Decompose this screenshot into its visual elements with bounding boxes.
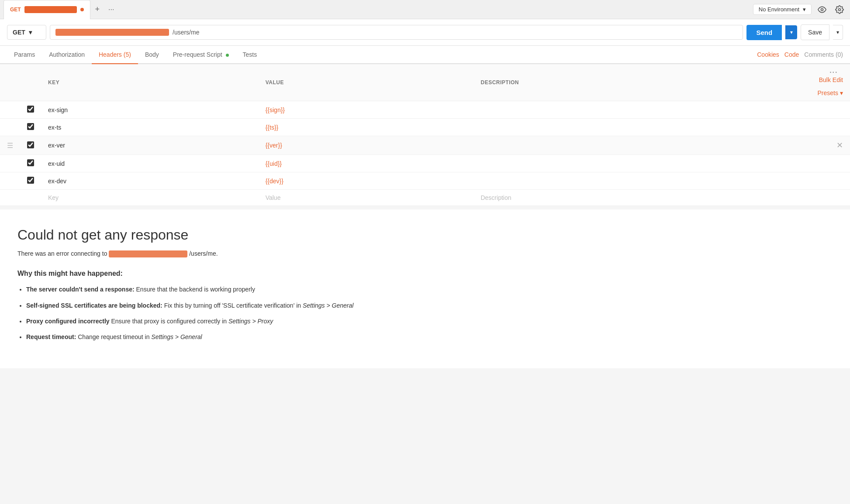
subtitle-prefix: There was an error connecting to (17, 250, 107, 257)
drag-handle[interactable]: ☰ (0, 136, 20, 155)
method-dropdown[interactable]: GET ▾ (7, 25, 46, 40)
prerequest-label: Pre-request Script (173, 51, 222, 58)
tab-prerequest[interactable]: Pre-request Script (166, 46, 236, 64)
header-value[interactable]: {{uid}} (259, 155, 474, 172)
table-row: ex-dev {{dev}} (0, 172, 850, 190)
header-description[interactable] (473, 136, 810, 155)
save-dropdown-button[interactable]: ▾ (833, 25, 843, 40)
url-redacted (55, 29, 169, 36)
reason-4-italic: Settings > General (151, 333, 202, 340)
send-button[interactable]: Send (746, 25, 782, 40)
tab-unsaved-dot (80, 8, 84, 11)
row-checkbox[interactable] (27, 106, 34, 113)
row-checkbox-cell (20, 136, 41, 155)
header-key[interactable]: ex-uid (41, 155, 259, 172)
new-tab-button[interactable]: + (90, 3, 104, 17)
desc-col-header: DESCRIPTION (473, 64, 810, 101)
table-row: ex-ts {{ts}} (0, 119, 850, 136)
url-input[interactable]: /users/me (50, 25, 743, 40)
header-key[interactable]: ex-ver (41, 136, 259, 155)
more-tabs-button[interactable]: ··· (104, 3, 118, 17)
delete-row-button[interactable]: ✕ (811, 136, 850, 155)
tab-body[interactable]: Body (138, 46, 166, 64)
key-col-header: KEY (41, 64, 259, 101)
row-checkbox[interactable] (27, 159, 34, 166)
why-list: The server couldn't send a response: Ens… (17, 285, 833, 342)
tab-bar: GET + ··· No Environment ▾ (0, 0, 850, 19)
presets-button[interactable]: Presets ▾ (818, 89, 843, 96)
tab-authorization[interactable]: Authorization (42, 46, 92, 64)
header-description[interactable] (473, 155, 810, 172)
settings-icon-button[interactable] (833, 3, 847, 17)
eye-icon-button[interactable] (815, 3, 829, 17)
header-key[interactable]: ex-dev (41, 172, 259, 190)
reason-2-bold: Self-signed SSL certificates are being b… (26, 302, 162, 309)
header-value[interactable]: {{ver}} (259, 136, 474, 155)
row-checkbox[interactable] (27, 177, 34, 184)
tab-method-label: GET (10, 7, 21, 13)
table-row: ex-sign {{sign}} (0, 101, 850, 119)
row-action (811, 155, 850, 172)
placeholder-drag (0, 190, 20, 206)
tab-params[interactable]: Params (7, 46, 42, 64)
bulk-edit-button[interactable]: Bulk Edit (819, 76, 843, 83)
response-section: Could not get any response There was an … (0, 209, 850, 368)
svg-point-1 (839, 8, 841, 10)
header-value[interactable]: {{sign}} (259, 101, 474, 119)
environment-selector[interactable]: No Environment ▾ (753, 4, 812, 15)
table-row: ☰ ex-ver {{ver}} ✕ (0, 136, 850, 155)
row-checkbox[interactable] (27, 123, 34, 130)
row-checkbox-cell (20, 155, 41, 172)
presets-label: Presets (818, 89, 838, 96)
drag-handle (0, 101, 20, 119)
header-description[interactable] (473, 101, 810, 119)
reason-3-text: Ensure that proxy is configured correctl… (111, 318, 228, 325)
header-key[interactable]: ex-ts (41, 119, 259, 136)
comments-link[interactable]: Comments (0) (804, 51, 843, 58)
row-action (811, 172, 850, 190)
cookies-link[interactable]: Cookies (757, 51, 779, 58)
why-title: Why this might have happened: (17, 270, 833, 278)
save-button[interactable]: Save (801, 24, 829, 40)
request-tab[interactable]: GET (3, 0, 90, 19)
header-description[interactable] (473, 172, 810, 190)
tab-url-label (24, 6, 77, 13)
reason-1-bold: The server couldn't send a response: (26, 286, 135, 293)
row-checkbox[interactable] (27, 141, 34, 148)
svg-point-0 (821, 8, 823, 10)
headers-section: KEY VALUE DESCRIPTION ··· Bulk Edit Pres… (0, 64, 850, 206)
send-dropdown-button[interactable]: ▾ (785, 25, 797, 39)
code-link[interactable]: Code (784, 51, 799, 58)
three-dots-icon[interactable]: ··· (829, 69, 838, 76)
reason-2-text: Fix this by turning off 'SSL certificate… (164, 302, 303, 309)
placeholder-key[interactable]: Key (41, 190, 259, 206)
url-path: /users/me (173, 29, 199, 36)
request-tabs-row: Params Authorization Headers (5) Body Pr… (0, 46, 850, 64)
table-row: ex-uid {{uid}} (0, 155, 850, 172)
subtitle-suffix: /users/me. (189, 250, 218, 257)
header-description[interactable] (473, 119, 810, 136)
placeholder-value[interactable]: Value (259, 190, 474, 206)
tab-headers[interactable]: Headers (5) (92, 46, 138, 64)
placeholder-check (20, 190, 41, 206)
placeholder-row: Key Value Description (0, 190, 850, 206)
response-error-title: Could not get any response (17, 227, 833, 243)
env-label: No Environment (759, 6, 799, 13)
reason-3-bold: Proxy configured incorrectly (26, 318, 110, 325)
placeholder-action (811, 190, 850, 206)
tab-tests[interactable]: Tests (236, 46, 264, 64)
header-key[interactable]: ex-sign (41, 101, 259, 119)
placeholder-description[interactable]: Description (473, 190, 810, 206)
drag-handle (0, 172, 20, 190)
drag-col-header (0, 64, 20, 101)
reason-4-bold: Request timeout: (26, 333, 76, 340)
header-value[interactable]: {{dev}} (259, 172, 474, 190)
request-bar: GET ▾ /users/me Send ▾ Save ▾ (0, 19, 850, 46)
headers-table: KEY VALUE DESCRIPTION ··· Bulk Edit Pres… (0, 64, 850, 206)
tab-bar-right: No Environment ▾ (753, 3, 847, 17)
chevron-down-icon: ▾ (29, 29, 32, 36)
row-action (811, 119, 850, 136)
header-value[interactable]: {{ts}} (259, 119, 474, 136)
url-redacted-block (109, 250, 187, 257)
list-item: Self-signed SSL certificates are being b… (26, 301, 833, 310)
